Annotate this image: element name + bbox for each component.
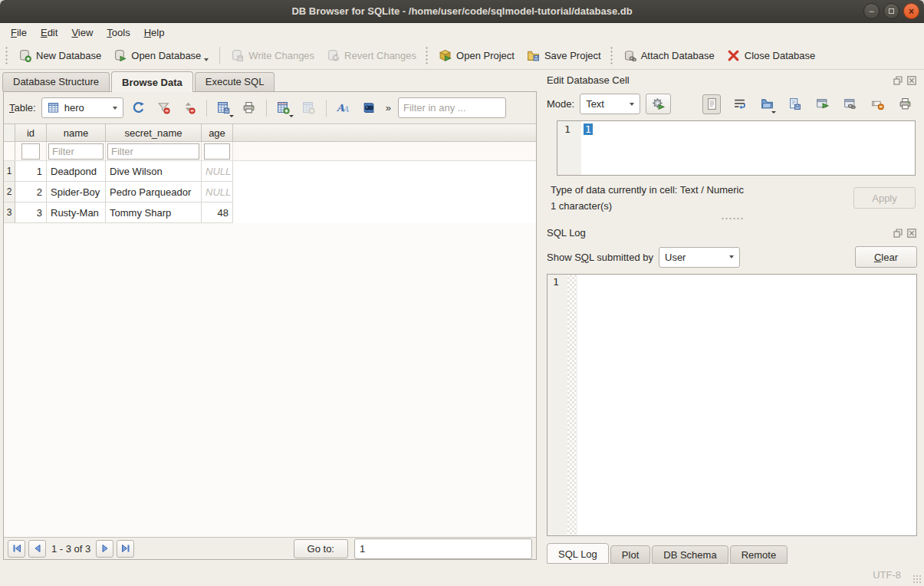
toolbar-drag-handle[interactable] (610, 46, 613, 64)
last-page-button[interactable] (117, 540, 134, 558)
encoding-label[interactable]: UTF-8 (873, 569, 901, 581)
export-data-button[interactable] (785, 94, 804, 114)
float-panel-button[interactable] (892, 75, 903, 86)
table-row[interactable]: 3 3 Rusty-Man Tommy Sharp 48 (4, 202, 536, 223)
tab-remote[interactable]: Remote (730, 545, 788, 564)
cell-secret-name[interactable]: Pedro Parqueador (106, 182, 202, 202)
resize-grip[interactable] (912, 574, 922, 584)
save-project-button[interactable]: Save Project (521, 45, 607, 66)
text-mode-button[interactable] (702, 94, 721, 114)
column-header-name[interactable]: name (47, 124, 106, 141)
insert-record-button[interactable] (274, 98, 294, 118)
copy-link-button[interactable] (840, 94, 859, 114)
set-null-button[interactable] (868, 94, 886, 114)
edit-display-format-button[interactable]: AA (334, 98, 353, 118)
table-row[interactable]: 1 1 Deadpond Dive Wilson NULL (4, 161, 536, 182)
filter-any-input[interactable] (398, 97, 506, 118)
cell-name[interactable]: Deadpond (47, 161, 106, 182)
filter-input-secret-name[interactable] (107, 143, 199, 160)
export-table-dropdown-icon[interactable] (229, 115, 234, 117)
print-cell-button[interactable] (896, 94, 914, 114)
text-document-icon (705, 97, 718, 110)
cell-id[interactable]: 1 (15, 161, 47, 182)
cell-age[interactable]: 48 (202, 202, 233, 223)
cell-name[interactable]: Spider-Boy (47, 182, 106, 202)
open-database-dropdown-icon[interactable] (204, 58, 209, 61)
cell-age[interactable]: NULL (202, 182, 233, 202)
tab-sql-log[interactable]: SQL Log (547, 543, 609, 564)
import-data-button[interactable] (758, 94, 776, 114)
print-button[interactable] (239, 98, 259, 118)
minimize-button[interactable]: − (863, 3, 880, 19)
cell-secret-name[interactable]: Dive Wilson (106, 161, 202, 182)
filter-input-name[interactable] (48, 143, 104, 160)
close-database-button[interactable]: Close Database (721, 45, 822, 66)
import-dropdown-icon[interactable] (771, 111, 776, 114)
open-external-button[interactable] (813, 94, 831, 114)
cell-editor-content[interactable]: 1 (581, 121, 593, 175)
cell-secret-name[interactable]: Tommy Sharp (106, 202, 202, 223)
toolbar-drag-handle[interactable] (5, 46, 8, 64)
toolbar-overflow-chevron[interactable]: » (386, 102, 391, 114)
menu-file[interactable]: File (4, 25, 34, 41)
close-panel-icon (907, 229, 916, 238)
cell-id[interactable]: 2 (15, 182, 47, 202)
tab-database-structure[interactable]: Database Structure (2, 72, 110, 91)
export-table-button[interactable] (214, 98, 234, 118)
tab-browse-data[interactable]: Browse Data (111, 71, 193, 92)
tab-execute-sql[interactable]: Execute SQL (195, 72, 275, 91)
panel-splitter[interactable] (547, 214, 917, 223)
close-panel-button[interactable] (906, 75, 917, 86)
find-in-table-button[interactable] (359, 98, 379, 118)
new-database-button[interactable]: New Database (12, 45, 107, 66)
cell-id[interactable]: 3 (15, 202, 47, 223)
open-database-button[interactable]: Open Database (107, 45, 215, 66)
mode-combo[interactable]: Text (580, 94, 640, 114)
insert-record-dropdown-icon[interactable] (289, 115, 294, 117)
sql-source-combo[interactable]: User (659, 247, 740, 268)
sql-log-content[interactable] (577, 275, 916, 535)
column-header-age[interactable]: age (202, 124, 233, 141)
float-panel-icon (893, 76, 903, 85)
goto-input[interactable] (354, 538, 532, 559)
close-button[interactable]: × (903, 3, 919, 19)
row-header[interactable]: 3 (4, 202, 15, 223)
table-combo[interactable]: hero (41, 97, 123, 118)
cell-editor[interactable]: 1 1 (557, 120, 916, 176)
menu-tools[interactable]: Tools (100, 25, 136, 41)
attach-database-button[interactable]: Attach Database (617, 45, 721, 66)
menu-view[interactable]: View (64, 25, 100, 41)
row-header[interactable]: 1 (4, 161, 15, 182)
close-database-icon (727, 49, 740, 62)
clear-sorting-button[interactable] (179, 98, 199, 118)
column-header-id[interactable]: id (15, 124, 47, 141)
browse-toolbar-separator (206, 100, 207, 117)
menu-help[interactable]: Help (137, 25, 172, 41)
clear-log-button[interactable]: Clear (855, 246, 917, 268)
clear-filters-button[interactable] (154, 98, 174, 118)
toolbar-drag-handle[interactable] (425, 46, 429, 64)
titlebar[interactable]: DB Browser for SQLite - /home/user/code/… (0, 0, 924, 23)
first-page-button[interactable] (8, 540, 25, 558)
open-project-button[interactable]: Open Project (432, 45, 521, 66)
previous-page-button[interactable] (28, 540, 46, 558)
refresh-button[interactable] (129, 98, 149, 118)
cell-age[interactable]: NULL (202, 161, 233, 182)
menu-edit[interactable]: Edit (34, 25, 64, 41)
filter-input-age[interactable] (204, 143, 230, 160)
auto-apply-button[interactable] (646, 94, 671, 114)
cell-name[interactable]: Rusty-Man (47, 202, 106, 223)
maximize-button[interactable] (883, 3, 899, 19)
column-header-secret-name[interactable]: secret_name (106, 124, 202, 141)
sql-log-editor[interactable]: 1 (547, 274, 917, 536)
tab-plot[interactable]: Plot (610, 545, 650, 564)
word-wrap-button[interactable] (730, 94, 748, 114)
float-panel-button[interactable] (892, 228, 903, 239)
close-panel-button[interactable] (906, 228, 917, 239)
goto-button[interactable]: Go to: (294, 539, 348, 558)
next-page-button[interactable] (96, 540, 113, 558)
row-header[interactable]: 2 (4, 182, 15, 202)
tab-db-schema[interactable]: DB Schema (652, 545, 728, 564)
table-row[interactable]: 2 2 Spider-Boy Pedro Parqueador NULL (4, 182, 536, 202)
filter-input-id[interactable] (21, 143, 40, 160)
